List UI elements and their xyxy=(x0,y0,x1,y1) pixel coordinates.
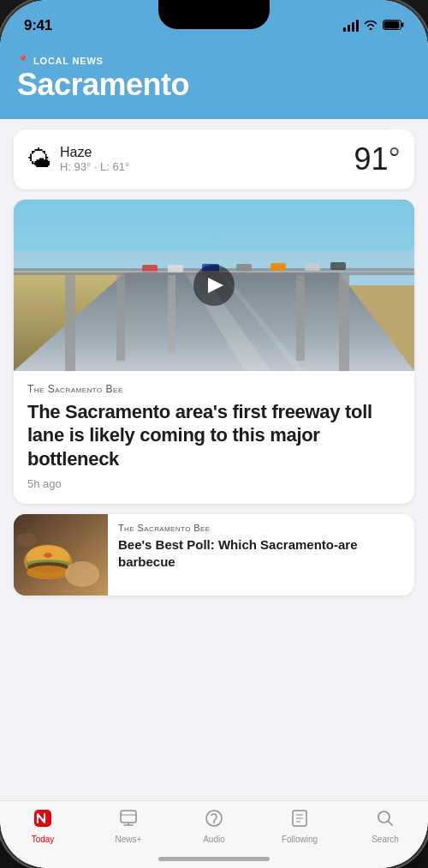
weather-condition: Haze xyxy=(60,145,129,160)
home-indicator xyxy=(158,857,270,861)
today-icon xyxy=(33,808,53,832)
secondary-article-image xyxy=(14,514,108,596)
app-header: 📍 LOCAL NEWS Sacramento ··· xyxy=(0,46,428,119)
tab-following[interactable]: Following xyxy=(257,808,342,844)
weather-card[interactable]: 🌤 Haze H: 93° · L: 61° 91° xyxy=(14,129,414,189)
tab-search-label: Search xyxy=(372,835,399,844)
tab-newsplus-label: News+ xyxy=(116,835,142,844)
main-article-card[interactable]: The Sacramento Bee The Sacramento area's… xyxy=(14,200,414,505)
tab-today-label: Today xyxy=(32,835,55,844)
secondary-article-card[interactable]: The Sacramento Bee Bee's Best Poll: Whic… xyxy=(14,514,414,596)
svg-rect-22 xyxy=(330,262,346,270)
svg-point-32 xyxy=(16,533,37,547)
weather-condition-icon: 🌤 xyxy=(27,145,51,173)
secondary-headline: Bee's Best Poll: Which Sacramento-are ba… xyxy=(118,536,404,570)
location-text: LOCAL NEWS xyxy=(33,56,104,66)
content-area: 🌤 Haze H: 93° · L: 61° 91° xyxy=(0,119,428,800)
svg-point-39 xyxy=(213,822,215,823)
tab-newsplus[interactable]: News+ xyxy=(86,808,171,844)
location-label: 📍 LOCAL NEWS xyxy=(17,55,411,66)
city-name: Sacramento xyxy=(17,67,189,102)
svg-point-29 xyxy=(27,566,69,579)
search-icon xyxy=(375,808,395,832)
battery-icon xyxy=(383,19,404,33)
status-icons xyxy=(343,19,404,33)
svg-rect-12 xyxy=(116,275,125,361)
weather-left: 🌤 Haze H: 93° · L: 61° xyxy=(27,145,129,173)
article-image xyxy=(14,200,414,371)
tab-today[interactable]: Today xyxy=(0,808,86,844)
secondary-article-content: The Sacramento Bee Bee's Best Poll: Whic… xyxy=(108,514,414,596)
play-icon xyxy=(208,278,223,293)
more-button[interactable]: ··· xyxy=(383,128,411,155)
svg-rect-1 xyxy=(401,23,404,27)
signal-icon xyxy=(343,20,359,32)
article-body: The Sacramento Bee The Sacramento area's… xyxy=(14,371,414,505)
play-button[interactable] xyxy=(193,265,235,306)
svg-rect-20 xyxy=(270,263,286,271)
weather-range: H: 93° · L: 61° xyxy=(60,160,129,173)
more-dots-icon: ··· xyxy=(390,135,404,148)
weather-info: Haze H: 93° · L: 61° xyxy=(60,145,129,173)
status-time: 9:41 xyxy=(24,17,52,34)
location-pin-icon: 📍 xyxy=(17,55,29,66)
screen: 9:41 xyxy=(0,0,428,868)
audio-icon xyxy=(204,808,224,832)
svg-point-30 xyxy=(44,553,52,558)
svg-rect-2 xyxy=(384,21,400,29)
notch xyxy=(158,0,270,29)
svg-rect-13 xyxy=(168,275,175,352)
article-headline: The Sacramento area's first freeway toll… xyxy=(27,400,401,471)
svg-point-38 xyxy=(206,811,222,826)
newsplus-icon xyxy=(118,808,139,832)
svg-rect-34 xyxy=(121,811,136,823)
svg-rect-11 xyxy=(65,275,75,371)
tab-audio[interactable]: Audio xyxy=(171,808,257,844)
food-image-svg xyxy=(14,514,108,596)
svg-point-31 xyxy=(65,561,99,587)
svg-rect-15 xyxy=(296,275,305,361)
article-time: 5h ago xyxy=(27,477,401,490)
tab-search[interactable]: Search xyxy=(342,808,428,844)
wifi-icon xyxy=(364,19,377,33)
svg-line-45 xyxy=(389,822,393,826)
following-icon xyxy=(289,808,310,832)
svg-rect-14 xyxy=(339,275,349,371)
tab-following-label: Following xyxy=(282,835,318,844)
secondary-source: The Sacramento Bee xyxy=(118,523,404,533)
svg-rect-19 xyxy=(236,264,252,272)
svg-rect-21 xyxy=(305,263,320,271)
phone-frame: 9:41 xyxy=(0,0,428,868)
tab-audio-label: Audio xyxy=(203,835,225,844)
article-source: The Sacramento Bee xyxy=(27,383,401,395)
